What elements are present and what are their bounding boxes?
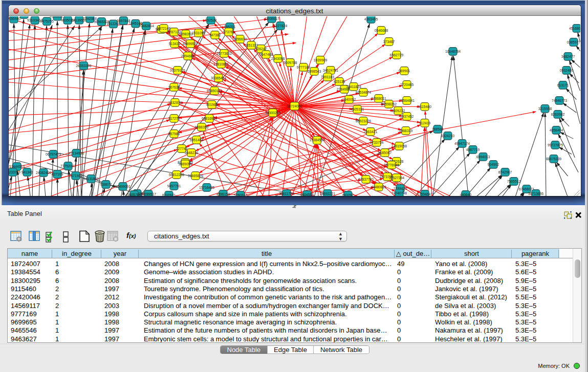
svg-text:727743: 727743 <box>176 146 188 150</box>
svg-text:3215958: 3215958 <box>538 106 552 110</box>
svg-text:3669096: 3669096 <box>179 162 192 165</box>
svg-text:26773602: 26773602 <box>216 51 232 55</box>
svg-text:1671902: 1671902 <box>69 173 83 177</box>
svg-text:70482814: 70482814 <box>139 24 154 27</box>
svg-text:1656670: 1656670 <box>233 37 247 40</box>
svg-text:912419: 912419 <box>419 121 431 124</box>
svg-text:373467: 373467 <box>383 39 395 43</box>
svg-text:31611724: 31611724 <box>279 191 294 195</box>
svg-text:347382: 347382 <box>209 33 221 36</box>
svg-text:17810801: 17810801 <box>213 62 229 65</box>
svg-text:18300295: 18300295 <box>265 111 280 114</box>
svg-text:693792: 693792 <box>342 193 354 195</box>
svg-text:77752047: 77752047 <box>60 164 76 167</box>
svg-text:317278: 317278 <box>168 116 180 120</box>
svg-text:86923226: 86923226 <box>356 119 371 122</box>
svg-text:788568: 788568 <box>432 127 444 130</box>
svg-text:38692221: 38692221 <box>320 191 335 195</box>
svg-text:5009788: 5009788 <box>284 60 297 64</box>
svg-text:75564641: 75564641 <box>399 98 415 102</box>
svg-text:367632: 367632 <box>168 85 180 89</box>
svg-text:94131869: 94131869 <box>83 177 99 180</box>
svg-text:45168087: 45168087 <box>569 26 580 30</box>
svg-text:6475255: 6475255 <box>40 19 54 23</box>
svg-text:8742967: 8742967 <box>498 170 512 173</box>
svg-text:26053346: 26053346 <box>76 63 91 67</box>
svg-text:613171: 613171 <box>557 83 569 86</box>
svg-text:2994680: 2994680 <box>181 54 195 57</box>
svg-text:74846773: 74846773 <box>552 98 567 102</box>
svg-text:4658404: 4658404 <box>550 128 563 132</box>
svg-text:2563421: 2563421 <box>364 129 378 133</box>
svg-text:8324210: 8324210 <box>441 134 455 137</box>
svg-text:401965: 401965 <box>206 102 218 106</box>
svg-text:425135: 425135 <box>334 79 345 83</box>
svg-text:06797403: 06797403 <box>46 152 61 156</box>
svg-text:6594013: 6594013 <box>476 155 490 158</box>
svg-text:27868011: 27868011 <box>371 96 386 100</box>
svg-text:00379176: 00379176 <box>170 68 185 72</box>
svg-text:15716485: 15716485 <box>199 185 214 189</box>
svg-text:5780913: 5780913 <box>234 193 248 195</box>
svg-text:36713695: 36713695 <box>528 191 543 195</box>
svg-text:47134936: 47134936 <box>69 151 84 155</box>
svg-text:1031051: 1031051 <box>192 31 206 34</box>
svg-text:1632870: 1632870 <box>168 100 182 104</box>
svg-text:1939909: 1939909 <box>314 58 328 61</box>
svg-text:4505331: 4505331 <box>351 107 364 111</box>
svg-text:57444313: 57444313 <box>9 164 25 168</box>
svg-text:5098393: 5098393 <box>179 32 193 35</box>
svg-text:80598262: 80598262 <box>381 102 397 105</box>
svg-text:0651333: 0651333 <box>245 43 258 47</box>
svg-text:1640052: 1640052 <box>342 97 356 101</box>
svg-text:88675339: 88675339 <box>546 157 561 160</box>
svg-text:16648784: 16648784 <box>445 49 461 53</box>
svg-text:069901: 069901 <box>399 69 410 72</box>
svg-text:6998543: 6998543 <box>308 69 321 73</box>
svg-text:30365414: 30365414 <box>211 76 226 79</box>
svg-text:4887719: 4887719 <box>466 147 480 151</box>
svg-text:6155940: 6155940 <box>9 17 20 20</box>
svg-text:0733754: 0733754 <box>370 140 384 144</box>
svg-text:67837770: 67837770 <box>358 177 374 181</box>
svg-text:43699577: 43699577 <box>183 41 198 45</box>
svg-text:9777169: 9777169 <box>297 65 311 69</box>
svg-text:8263982: 8263982 <box>551 112 565 116</box>
svg-text:07527354: 07527354 <box>389 176 404 179</box>
svg-text:5648236: 5648236 <box>185 150 199 154</box>
svg-text:9115460: 9115460 <box>418 104 431 108</box>
svg-text:9457791: 9457791 <box>167 184 181 187</box>
svg-text:86850142: 86850142 <box>207 89 222 92</box>
svg-text:31665876: 31665876 <box>188 173 203 177</box>
svg-text:513433: 513433 <box>169 41 181 45</box>
svg-text:440640: 440640 <box>460 192 472 195</box>
svg-text:2343098: 2343098 <box>271 56 285 60</box>
svg-text:74740748: 74740748 <box>391 191 407 194</box>
svg-text:3482477: 3482477 <box>561 54 575 58</box>
svg-text:904902: 904902 <box>488 162 499 166</box>
svg-text:5951484: 5951484 <box>190 138 204 141</box>
svg-text:1012269: 1012269 <box>106 22 120 26</box>
svg-text:4966319: 4966319 <box>399 128 413 132</box>
svg-text:6562729: 6562729 <box>390 53 404 56</box>
svg-text:7991183: 7991183 <box>321 75 334 78</box>
svg-text:0504556: 0504556 <box>300 192 314 195</box>
svg-text:8227824: 8227824 <box>274 24 288 27</box>
svg-text:0546688: 0546688 <box>375 28 388 32</box>
svg-text:6088356: 6088356 <box>195 125 209 128</box>
svg-text:3309232: 3309232 <box>391 108 405 112</box>
svg-text:18233749: 18233749 <box>9 170 20 173</box>
svg-text:5185067: 5185067 <box>378 150 392 154</box>
svg-text:4596158: 4596158 <box>216 192 230 195</box>
svg-text:19384554: 19384554 <box>309 138 324 142</box>
svg-text:69816934: 69816934 <box>202 116 217 120</box>
svg-text:3605766: 3605766 <box>127 192 141 195</box>
svg-text:96499091: 96499091 <box>115 184 130 188</box>
svg-text:98776945: 98776945 <box>384 163 399 166</box>
svg-text:932528: 932528 <box>205 18 217 21</box>
svg-text:4363495: 4363495 <box>364 17 378 20</box>
svg-text:99727875: 99727875 <box>548 143 563 146</box>
svg-text:0932480: 0932480 <box>560 68 574 72</box>
svg-text:93534874: 93534874 <box>356 90 371 94</box>
svg-text:2720465: 2720465 <box>400 82 414 86</box>
